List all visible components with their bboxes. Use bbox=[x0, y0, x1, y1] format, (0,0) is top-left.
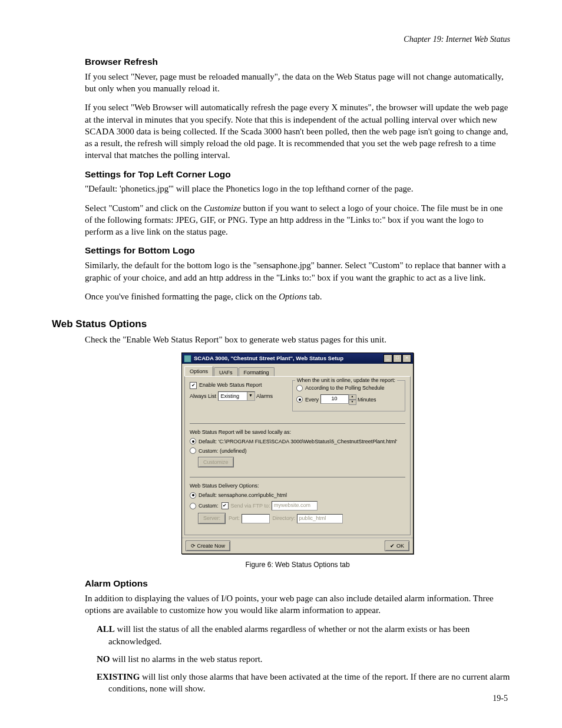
group-label: Web Status Report will be saved locally … bbox=[190, 429, 405, 436]
ftp-host-field[interactable]: mywebsite.com bbox=[272, 501, 318, 510]
spin-value[interactable]: 10 bbox=[320, 394, 349, 404]
heading-top-logo: Settings for Top Left Corner Logo bbox=[85, 169, 510, 181]
tab-options[interactable]: Options bbox=[184, 366, 213, 376]
check-icon: ✔ bbox=[390, 543, 396, 549]
spin-down-icon[interactable]: ▼ bbox=[349, 400, 356, 405]
figure-caption: Figure 6: Web Status Options tab bbox=[85, 560, 510, 569]
paragraph: If you select "Web Browser will automati… bbox=[85, 101, 510, 161]
group-update-report: When the unit is online, update the repo… bbox=[292, 380, 405, 411]
paragraph: Similarly, the default for the bottom lo… bbox=[85, 259, 510, 284]
radio-save-default[interactable] bbox=[190, 438, 196, 444]
figure-web-status-options: SCADA 3000, "Chestnut Street Plant", Web… bbox=[85, 353, 510, 554]
paragraph: Select "Custom" and click on the Customi… bbox=[85, 202, 510, 238]
list-item-existing: EXISTING will list only those alarms tha… bbox=[108, 671, 510, 695]
radio-label: Custom: (undefined) bbox=[199, 447, 247, 454]
close-button[interactable]: × bbox=[402, 354, 411, 363]
radio-label-suffix: Minutes bbox=[358, 396, 376, 403]
radio-delivery-default[interactable] bbox=[190, 492, 196, 499]
list-item-all: ALL will list the status of all the enab… bbox=[108, 623, 510, 647]
checkbox-send-ftp[interactable]: ✔ bbox=[222, 502, 229, 509]
page-number: 19-5 bbox=[492, 693, 508, 704]
tab-strip: Options UAFs Formatting bbox=[182, 364, 413, 376]
checkbox-enable-web-status[interactable]: ✔ bbox=[190, 382, 197, 389]
radio-label: Custom: bbox=[199, 502, 219, 509]
paragraph: "Default: 'phonetics.jpg'" will place th… bbox=[85, 183, 510, 195]
text: Once you've finished formatting the page… bbox=[85, 292, 279, 301]
text: will list only those alarms that have be… bbox=[108, 672, 510, 693]
radio-label: Default: 'C:\PROGRAM FILES\SCADA 3000\We… bbox=[199, 438, 397, 445]
checkbox-label: Enable Web Status Report bbox=[199, 381, 262, 388]
label-suffix: Alarms bbox=[256, 393, 273, 400]
text: will list no alarms in the web status re… bbox=[110, 654, 263, 664]
server-options-button[interactable]: Server: bbox=[198, 513, 226, 523]
combo-always-list[interactable]: Existing ▼ bbox=[218, 391, 255, 401]
label-directory: Directory: bbox=[273, 515, 296, 522]
heading-alarm-options: Alarm Options bbox=[85, 578, 510, 590]
label-port: Port: bbox=[229, 515, 240, 522]
running-header: Chapter 19: Internet Web Status bbox=[52, 34, 510, 45]
heading-web-status-options: Web Status Options bbox=[52, 318, 510, 331]
refresh-icon: ⟳ bbox=[191, 543, 197, 549]
radio-save-custom[interactable] bbox=[190, 447, 196, 454]
button-label: Create Now bbox=[197, 543, 226, 549]
heading-bottom-logo: Settings for Bottom Logo bbox=[85, 245, 510, 257]
app-icon bbox=[184, 355, 191, 363]
group-save-locally: Web Status Report will be saved locally … bbox=[190, 423, 405, 474]
dialog-titlebar: SCADA 3000, "Chestnut Street Plant", Web… bbox=[182, 353, 413, 364]
paragraph: In addition to displaying the values of … bbox=[85, 592, 510, 617]
radio-polling-schedule[interactable] bbox=[296, 385, 303, 391]
radio-label: According to the Polling Schedule bbox=[305, 384, 385, 391]
port-field[interactable] bbox=[242, 514, 270, 523]
spin-every-minutes[interactable]: 10 ▲▼ bbox=[320, 394, 356, 405]
paragraph: If you select "Never, page must be reloa… bbox=[85, 71, 510, 95]
dialog-bottom-bar: ⟳ Create Now ✔ OK bbox=[182, 538, 413, 554]
radio-every-minutes[interactable] bbox=[296, 396, 303, 403]
term-existing: EXISTING bbox=[97, 672, 140, 681]
radio-label: Default: sensaphone.com\public_html bbox=[199, 492, 287, 499]
italic-text: Customize bbox=[204, 203, 241, 213]
dialog-web-status-setup: SCADA 3000, "Chestnut Street Plant", Web… bbox=[181, 353, 414, 554]
text: tab. bbox=[307, 292, 322, 301]
group-delivery-options: Web Status Delivery Options: Default: se… bbox=[190, 477, 405, 529]
tab-panel-options: When the unit is online, update the repo… bbox=[184, 376, 411, 535]
minimize-button[interactable]: _ bbox=[384, 354, 392, 363]
group-label: When the unit is online, update the repo… bbox=[295, 377, 397, 384]
heading-browser-refresh: Browser Refresh bbox=[85, 56, 510, 68]
radio-delivery-custom[interactable] bbox=[190, 503, 196, 509]
maximize-button[interactable]: □ bbox=[393, 354, 402, 363]
text: Select "Custom" and click on the bbox=[85, 203, 204, 213]
term-all: ALL bbox=[97, 624, 115, 634]
radio-label: Every bbox=[305, 396, 319, 403]
combo-value: Existing bbox=[219, 393, 247, 400]
italic-text: Options bbox=[279, 292, 307, 301]
customize-button[interactable]: Customize bbox=[198, 457, 234, 467]
paragraph: Once you've finished formatting the page… bbox=[85, 291, 510, 302]
group-label: Web Status Delivery Options: bbox=[190, 482, 405, 489]
term-no: NO bbox=[97, 654, 110, 664]
chevron-down-icon[interactable]: ▼ bbox=[247, 392, 254, 400]
spin-up-icon[interactable]: ▲ bbox=[349, 394, 356, 400]
dialog-title: SCADA 3000, "Chestnut Street Plant", Web… bbox=[194, 355, 384, 363]
paragraph: Check the "Enable Web Status Report" box… bbox=[85, 334, 510, 345]
label-always-list: Always List bbox=[190, 393, 216, 400]
ok-button[interactable]: ✔ OK bbox=[385, 541, 409, 551]
list-item-no: NO will list no alarms in the web status… bbox=[108, 653, 510, 665]
checkbox-label: Send via FTP to: bbox=[231, 502, 270, 509]
button-label: OK bbox=[396, 543, 404, 549]
directory-field[interactable]: public_html bbox=[297, 514, 343, 523]
create-now-button[interactable]: ⟳ Create Now bbox=[186, 541, 230, 551]
text: will list the status of all the enabled … bbox=[108, 624, 470, 645]
